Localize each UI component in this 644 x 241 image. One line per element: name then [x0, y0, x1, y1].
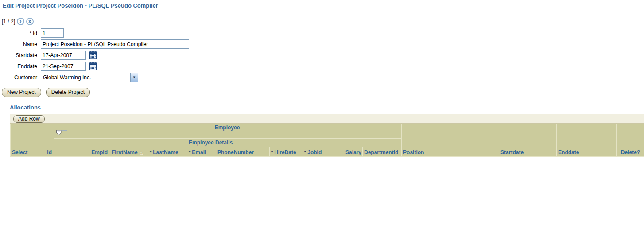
id-label: *Id — [0, 30, 37, 36]
form-row-startdate: Startdate — [0, 51, 644, 60]
customer-label: Customer — [0, 74, 37, 81]
record-pagination: [1 / 2] › » — [2, 18, 644, 25]
startdate-field[interactable] — [41, 51, 86, 60]
group-header-employee: Employee — [54, 124, 402, 139]
required-icon: * — [271, 150, 273, 155]
col-header-id[interactable]: Id — [29, 124, 54, 157]
add-row-button[interactable]: Add Row — [13, 115, 45, 123]
id-field[interactable] — [41, 28, 64, 38]
record-count-label: [1 / 2] — [2, 19, 15, 25]
customer-select[interactable]: Global Warming Inc. ▼ — [41, 73, 138, 82]
sort-ascending-icon[interactable]: △ — [140, 150, 143, 155]
name-field[interactable] — [41, 39, 189, 49]
col-header-empid[interactable]: EmpId — [54, 138, 110, 156]
col-header-enddate[interactable]: Enddate — [557, 124, 617, 157]
calendar-icon[interactable] — [89, 51, 97, 60]
delete-project-button[interactable]: Delete Project — [46, 88, 90, 97]
col-header-delete: Delete? — [617, 124, 644, 157]
customer-selected-value: Global Warming Inc. — [41, 74, 130, 81]
enddate-field[interactable] — [41, 62, 86, 71]
form-row-enddate: Enddate — [0, 62, 644, 71]
enddate-label: Enddate — [0, 63, 37, 70]
last-record-button[interactable]: » — [26, 18, 34, 25]
new-project-button[interactable]: New Project — [2, 88, 41, 97]
form-row-name: Name — [0, 39, 644, 49]
col-header-phonenumber[interactable]: PhoneNumber — [216, 147, 270, 156]
col-header-firstname[interactable]: FirstName△ — [110, 138, 148, 156]
required-icon: * — [150, 150, 151, 155]
col-header-select: Select — [11, 124, 29, 157]
allocations-toolbar: Add Row — [10, 114, 644, 124]
allocations-heading: Allocations — [10, 104, 644, 112]
col-header-lastname[interactable]: *LastName — [148, 138, 187, 156]
required-icon: * — [189, 150, 190, 155]
project-actions: New Project Delete Project — [2, 88, 644, 97]
form-row-id: *Id — [0, 28, 644, 38]
col-header-hiredate[interactable]: *HireDate — [270, 147, 303, 156]
allocations-section: Allocations Add Row Select Id Employee P… — [10, 104, 644, 157]
col-header-departmentid[interactable]: DepartmentId — [363, 147, 402, 156]
chevron-down-icon[interactable]: ▼ — [130, 73, 138, 82]
allocations-table: Select Id Employee Position Startdate En… — [10, 124, 644, 157]
required-icon: * — [304, 150, 306, 155]
collapse-group-icon[interactable] — [56, 130, 400, 136]
form-row-customer: Customer Global Warming Inc. ▼ — [0, 73, 644, 82]
col-header-salary[interactable]: Salary — [344, 147, 363, 156]
title-divider — [0, 11, 644, 11]
allocations-table-header: Select Id Employee Position Startdate En… — [11, 124, 644, 157]
allocations-table-wrap: Select Id Employee Position Startdate En… — [10, 124, 644, 157]
col-header-jobid[interactable]: *JobId — [303, 147, 344, 156]
required-icon: * — [30, 31, 31, 36]
next-record-button[interactable]: › — [17, 18, 24, 25]
calendar-icon[interactable] — [89, 62, 97, 71]
name-label: Name — [0, 41, 37, 47]
page-title: Edit Project Project Poseidon - PL/SQL P… — [3, 2, 644, 9]
col-header-position[interactable]: Position — [402, 124, 499, 157]
startdate-label: Startdate — [0, 52, 37, 58]
project-form: *Id Name Startdate Enddate Customer Glob… — [0, 28, 644, 82]
col-header-email[interactable]: *Email — [187, 147, 216, 156]
group-header-employee-details: Employee Details — [187, 138, 402, 147]
col-header-startdate[interactable]: Startdate — [499, 124, 557, 157]
